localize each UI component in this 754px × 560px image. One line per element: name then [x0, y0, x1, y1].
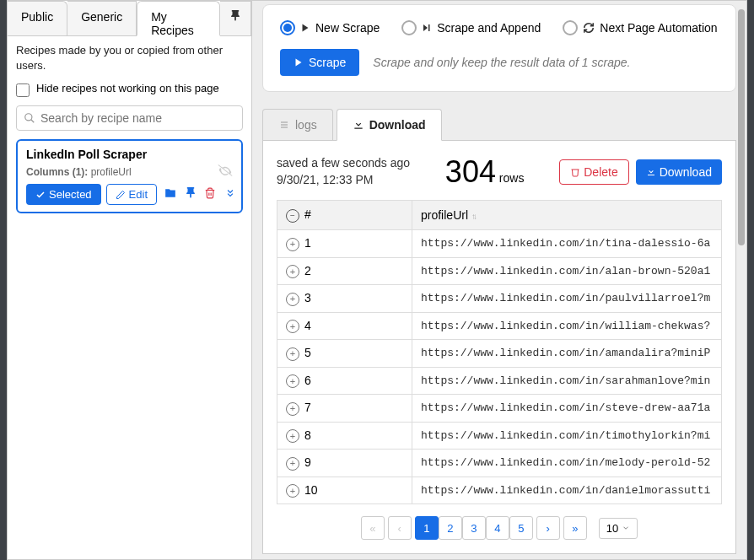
row-url[interactable]: https://www.linkedin.com/in/melody-perol…	[412, 450, 722, 477]
row-number[interactable]: +3	[277, 285, 412, 313]
trash-icon[interactable]	[202, 186, 218, 203]
col-profileurl[interactable]: profileUrl↑↓	[412, 201, 722, 230]
radio-scrape-append[interactable]: Scrape and Append	[401, 20, 541, 35]
chevron-down-icon	[622, 524, 630, 532]
expand-icon[interactable]: +	[286, 265, 299, 278]
recipe-columns: Columns (1): profileUrl	[26, 166, 132, 178]
row-url[interactable]: https://www.linkedin.com/in/william-chek…	[412, 312, 722, 340]
page-5[interactable]: 5	[509, 516, 533, 540]
expand-icon[interactable]: +	[286, 402, 299, 416]
page-3[interactable]: 3	[462, 516, 486, 540]
radio-icon	[280, 20, 295, 35]
search-icon	[24, 112, 35, 124]
sort-icon: ↑↓	[471, 212, 475, 221]
row-url[interactable]: https://www.linkedin.com/in/steve-drew-a…	[412, 395, 722, 423]
expand-icon[interactable]: +	[286, 429, 299, 443]
row-count: 304 rows	[445, 154, 525, 190]
trash-icon	[570, 167, 580, 177]
recipe-card[interactable]: LinkedIn Poll Scraper Columns (1): profi…	[16, 139, 243, 213]
expand-icon[interactable]: +	[286, 457, 299, 471]
result-tabs: logs Download	[262, 109, 736, 141]
download-icon	[353, 119, 364, 131]
scrollbar-thumb[interactable]	[738, 9, 745, 245]
row-number[interactable]: +7	[277, 395, 412, 423]
saved-info: saved a few seconds ago 9/30/21, 12:33 P…	[277, 155, 410, 188]
tab-generic[interactable]: Generic	[67, 1, 137, 35]
table-row: +6https://www.linkedin.com/in/sarahmanlo…	[277, 367, 722, 395]
tab-logs[interactable]: logs	[262, 109, 333, 140]
step-forward-icon	[422, 22, 432, 34]
scrape-button[interactable]: Scrape	[280, 49, 359, 76]
row-number[interactable]: +10	[277, 477, 412, 504]
hide-recipes-label: Hide recipes not working on this page	[36, 82, 219, 94]
page-size-select[interactable]: 10	[599, 518, 638, 539]
download-button[interactable]: Download	[636, 159, 722, 185]
table-row: +4https://www.linkedin.com/in/william-ch…	[277, 312, 722, 340]
tab-public[interactable]: Public	[8, 1, 67, 35]
row-number[interactable]: +6	[277, 367, 412, 395]
download-icon	[646, 167, 656, 177]
recipe-title: LinkedIn Poll Scraper	[26, 148, 233, 161]
expand-icon[interactable]: +	[286, 374, 299, 388]
radio-icon	[401, 20, 417, 35]
row-url[interactable]: https://www.linkedin.com/in/paulvillarro…	[412, 285, 722, 313]
expand-icon[interactable]: +	[286, 320, 299, 333]
page-4[interactable]: 4	[486, 516, 509, 540]
page-2[interactable]: 2	[439, 516, 462, 540]
table-row: +1https://www.linkedin.com/in/tina-dales…	[277, 230, 722, 258]
row-number[interactable]: +8	[277, 422, 412, 450]
row-url[interactable]: https://www.linkedin.com/in/alan-brown-5…	[412, 257, 722, 285]
main-panel: New Scrape Scrape and Append Next Page A…	[252, 1, 746, 559]
hide-recipes-checkbox-row[interactable]: Hide recipes not working on this page	[16, 82, 243, 97]
expand-icon[interactable]: +	[286, 293, 299, 306]
table-row: +2https://www.linkedin.com/in/alan-brown…	[277, 257, 722, 285]
expand-icon[interactable]: +	[286, 484, 299, 498]
row-url[interactable]: https://www.linkedin.com/in/tina-dalessi…	[412, 230, 722, 258]
row-url[interactable]: https://www.linkedin.com/in/danielmorass…	[412, 477, 722, 504]
svg-point-0	[25, 114, 32, 121]
scrape-hint: Scrape and only keep the result data of …	[373, 56, 630, 69]
page-next[interactable]: ›	[536, 516, 560, 540]
eye-off-icon[interactable]	[218, 164, 233, 179]
row-number[interactable]: +9	[277, 450, 412, 477]
selected-button[interactable]: Selected	[26, 184, 101, 205]
table-row: +3https://www.linkedin.com/in/paulvillar…	[277, 285, 722, 313]
page-first[interactable]: «	[361, 516, 385, 540]
radio-new-scrape[interactable]: New Scrape	[280, 20, 380, 35]
table-row: +5https://www.linkedin.com/in/amandalira…	[277, 340, 722, 368]
folder-icon[interactable]	[162, 186, 179, 203]
row-number[interactable]: +4	[277, 312, 412, 340]
row-number[interactable]: +5	[277, 340, 412, 368]
recipe-search-input[interactable]	[40, 111, 235, 125]
page-1[interactable]: 1	[415, 516, 439, 540]
expand-icon[interactable]: +	[286, 238, 299, 251]
tab-pin[interactable]	[220, 1, 251, 35]
list-icon	[278, 120, 290, 130]
sidebar-description: Recipes made by you or copied from other…	[16, 43, 243, 73]
page-prev[interactable]: ‹	[388, 516, 412, 540]
row-url[interactable]: https://www.linkedin.com/in/amandalira?m…	[412, 340, 722, 368]
pagination: « ‹ 12345 › » 10	[277, 516, 722, 540]
row-url[interactable]: https://www.linkedin.com/in/timothylorki…	[412, 422, 722, 450]
tab-download[interactable]: Download	[337, 109, 442, 141]
play-icon	[294, 57, 304, 68]
hide-recipes-checkbox[interactable]	[16, 83, 30, 97]
table-row: +9https://www.linkedin.com/in/melody-per…	[277, 450, 722, 477]
chevrons-down-icon[interactable]	[223, 186, 238, 203]
row-url[interactable]: https://www.linkedin.com/in/sarahmanlove…	[412, 367, 722, 395]
page-last[interactable]: »	[563, 516, 587, 540]
pin-icon[interactable]	[184, 186, 197, 203]
sidebar-tabs: Public Generic My Recipes	[8, 1, 251, 36]
expand-icon[interactable]: +	[286, 347, 299, 361]
radio-next-page[interactable]: Next Page Automation	[563, 20, 717, 35]
edit-button[interactable]: Edit	[106, 184, 157, 205]
delete-button[interactable]: Delete	[559, 159, 628, 185]
tab-my-recipes[interactable]: My Recipes	[137, 1, 220, 36]
recipe-search-box[interactable]	[16, 105, 243, 131]
refresh-icon	[583, 22, 595, 34]
row-number[interactable]: +2	[277, 257, 412, 285]
scrape-options-panel: New Scrape Scrape and Append Next Page A…	[262, 4, 736, 92]
table-row: +8https://www.linkedin.com/in/timothylor…	[277, 422, 722, 450]
row-number[interactable]: +1	[277, 230, 412, 258]
col-number[interactable]: −#	[277, 201, 412, 230]
